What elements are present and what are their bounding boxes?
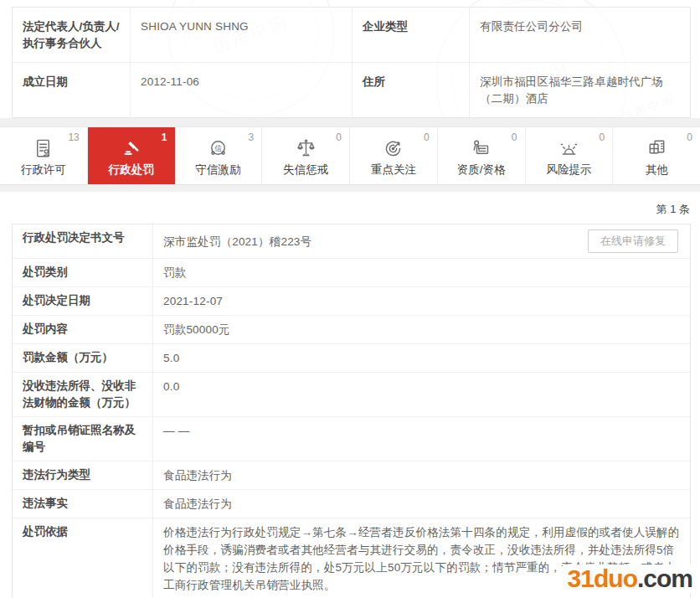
- tab-qualification[interactable]: 0 资质/资格: [438, 127, 526, 184]
- field-label-establish-date: 成立日期: [13, 63, 131, 117]
- row-label: 行政处罚决定书文号: [13, 224, 153, 258]
- table-row: 行政处罚决定书文号 深市监处罚（2021）稽223号 在线申请修复: [13, 224, 690, 259]
- tab-dishonesty-punishment[interactable]: 0 失信惩戒: [262, 127, 350, 184]
- tab-label: 行政处罚: [88, 162, 175, 178]
- site-logo[interactable]: 31duo.com: [563, 564, 692, 593]
- tab-label: 失信惩戒: [262, 162, 349, 178]
- row-value: 2021-12-07: [153, 287, 690, 315]
- row-value: 罚款: [153, 259, 690, 286]
- section-divider: [0, 185, 700, 192]
- company-info-section: 法定代表人/负责人/执行事务合伙人 SHIOA YUNN SHNG 企业类型 有…: [0, 0, 700, 118]
- tab-label: 资质/资格: [438, 162, 525, 178]
- penalty-record-panel: 第 1 条 行政处罚决定书文号 深市监处罚（2021）稽223号 在线申请修复 …: [0, 192, 700, 598]
- table-row: 违法事实 食品违法行为: [13, 490, 690, 518]
- tab-count-badge: 3: [249, 131, 255, 143]
- table-row: 暂扣或吊销证照名称及编号 — —: [13, 417, 690, 461]
- row-label: 违法行为类型: [13, 461, 153, 489]
- tab-label: 守信激励: [175, 162, 262, 178]
- row-value: — —: [153, 417, 690, 461]
- row-label: 处罚依据: [13, 518, 153, 598]
- table-row: 处罚类别 罚款: [13, 259, 690, 287]
- row-label: 违法事实: [13, 490, 153, 518]
- tab-count-badge: 13: [68, 131, 79, 143]
- site-logo-name: 31duo: [568, 564, 637, 592]
- online-repair-button[interactable]: 在线申请修复: [588, 229, 678, 253]
- tab-count-badge: 0: [600, 131, 605, 143]
- tab-key-focus[interactable]: 0 重点关注: [350, 127, 438, 184]
- tab-risk-alert[interactable]: 0 风险提示: [526, 127, 614, 184]
- row-value: 深市监处罚（2021）稽223号: [163, 233, 311, 250]
- row-value: 0.0: [153, 373, 690, 416]
- site-logo-tld: .com: [637, 564, 692, 592]
- tab-label: 行政许可: [0, 162, 87, 178]
- field-value-legal-representative: SHIOA YUNN SHNG: [131, 8, 353, 63]
- tab-admin-penalty[interactable]: 1 行政处罚: [88, 127, 175, 184]
- field-label-enterprise-type: 企业类型: [353, 8, 470, 63]
- row-value: 罚款50000元: [153, 316, 690, 343]
- svg-text:信: 信: [214, 144, 222, 152]
- row-value: 5.0: [153, 344, 690, 372]
- company-info-table: 法定代表人/负责人/执行事务合伙人 SHIOA YUNN SHNG 企业类型 有…: [12, 7, 691, 118]
- table-row: 违法行为类型 食品违法行为: [13, 461, 690, 490]
- tab-admin-license[interactable]: 13 行政许可: [0, 127, 88, 184]
- table-row: 处罚决定日期 2021-12-07: [13, 287, 690, 316]
- tab-label: 其他: [613, 162, 700, 178]
- record-index: 第 1 条: [12, 200, 691, 224]
- tab-count-badge: 0: [512, 131, 517, 143]
- row-value: 食品违法行为: [153, 461, 690, 489]
- tab-others[interactable]: 0 其他: [613, 127, 700, 184]
- row-value: 食品违法行为: [153, 490, 690, 518]
- tab-count-badge: 0: [424, 131, 430, 143]
- table-row: 处罚内容 罚款50000元: [13, 316, 690, 344]
- category-tabbar: 13 行政许可 1 行政处罚 3 信: [0, 126, 700, 185]
- table-row: 罚款金额（万元） 5.0: [13, 344, 690, 373]
- row-label: 罚款金额（万元）: [13, 344, 153, 372]
- field-label-address: 住所: [353, 63, 470, 117]
- row-label: 处罚内容: [13, 316, 153, 343]
- tab-count-badge: 0: [336, 131, 342, 143]
- penalty-detail-table: 行政处罚决定书文号 深市监处罚（2021）稽223号 在线申请修复 处罚类别 罚…: [12, 224, 691, 598]
- tab-label: 风险提示: [526, 162, 613, 178]
- row-label: 处罚决定日期: [13, 287, 153, 315]
- row-label: 没收违法所得、没收非法财物的金额（万元）: [13, 373, 153, 416]
- field-label-legal-representative: 法定代表人/负责人/执行事务合伙人: [13, 8, 131, 63]
- tab-label: 重点关注: [350, 162, 437, 178]
- section-divider: [0, 118, 700, 126]
- field-value-establish-date: 2012-11-06: [131, 63, 353, 117]
- row-label: 暂扣或吊销证照名称及编号: [13, 417, 153, 461]
- field-value-enterprise-type: 有限责任公司分公司: [470, 8, 692, 63]
- tab-credit-incentive[interactable]: 3 信 守信激励: [175, 127, 263, 184]
- tab-count-badge: 0: [687, 131, 692, 143]
- table-row: 没收违法所得、没收非法财物的金额（万元） 0.0: [13, 373, 690, 417]
- field-value-address: 深圳市福田区福华三路卓越时代广场（二期）酒店: [470, 63, 692, 117]
- tab-count-badge: 1: [162, 131, 167, 143]
- row-label: 处罚类别: [13, 259, 153, 286]
